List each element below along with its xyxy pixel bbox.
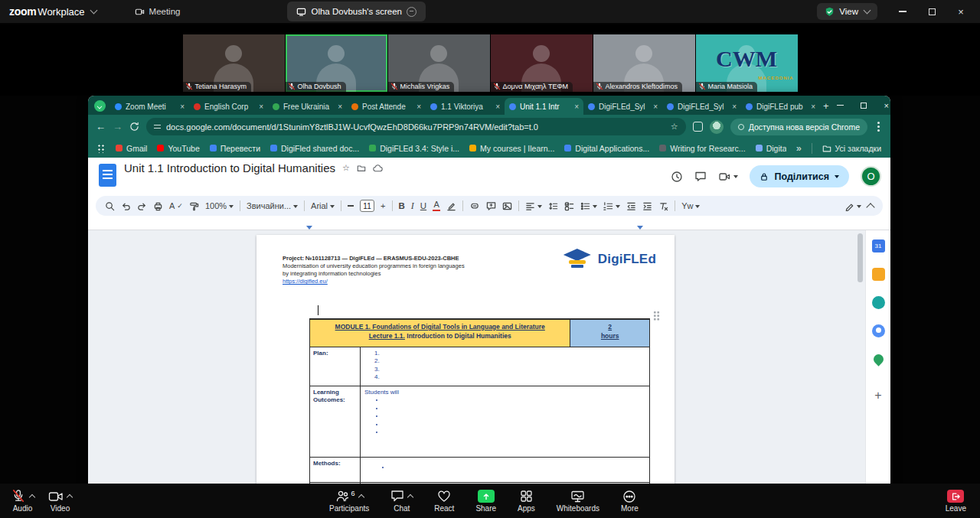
new-tab-button[interactable]: + — [823, 99, 829, 112]
more-control[interactable]: More — [621, 489, 639, 513]
google-docs-icon[interactable] — [99, 164, 116, 187]
user-avatar[interactable]: O — [861, 166, 881, 187]
decrease-font-size-button[interactable] — [348, 205, 354, 207]
browser-menu-icon[interactable] — [877, 125, 880, 128]
collapse-menus-icon[interactable] — [866, 203, 874, 211]
apps-control[interactable]: Apps — [518, 489, 535, 513]
italic-button[interactable]: I — [411, 200, 414, 212]
participant-tile[interactable]: Tetiana Harasym — [183, 34, 285, 92]
undo-icon[interactable] — [121, 201, 131, 211]
tab-close-icon[interactable]: × — [653, 103, 658, 111]
browser-tab[interactable]: Unit 1.1 Intr × — [505, 98, 583, 115]
audio-control[interactable]: Audio — [11, 489, 34, 513]
bookmark-item[interactable]: Digital Literary Studi... — [756, 144, 786, 153]
bold-button[interactable]: B — [399, 201, 405, 210]
browser-tab[interactable]: 1.1 Viktoriya × — [426, 98, 505, 115]
minimize-button[interactable] — [888, 0, 917, 23]
participant-tile[interactable]: CWM MACEDONIA Maria Matsiola — [696, 34, 798, 92]
numbered-list-select[interactable] — [603, 201, 620, 211]
highlight-color-icon[interactable] — [446, 201, 456, 211]
bookmark-item[interactable]: DigiFled shared doc... — [270, 144, 359, 153]
tasks-icon[interactable] — [872, 296, 885, 309]
docs-ruler[interactable] — [88, 217, 890, 230]
bookmark-star-icon[interactable]: ☆ — [671, 122, 678, 132]
share-control[interactable]: Share — [475, 489, 496, 513]
participants-options-chevron[interactable] — [358, 494, 364, 500]
participants-control[interactable]: 6 Participants — [329, 489, 369, 513]
video-options-chevron[interactable] — [67, 494, 73, 500]
bookmark-item[interactable]: Gmail — [116, 144, 147, 153]
apps-grid-icon[interactable] — [97, 144, 106, 153]
project-header-block[interactable]: Project: №101128713 — DigiFLEd — ERASMUS… — [283, 255, 535, 286]
left-margin-marker[interactable] — [306, 226, 312, 230]
whiteboards-control[interactable]: Whiteboards — [557, 489, 599, 513]
tab-close-icon[interactable]: × — [259, 103, 263, 111]
participant-tile[interactable]: Δομνα Μιχαηλ ΤΕΦΜ — [491, 34, 593, 92]
chrome-update-chip[interactable]: Доступна нова версія Chrome — [730, 119, 867, 135]
tab-close-icon[interactable]: × — [811, 103, 815, 111]
browser-minimize-button[interactable] — [829, 96, 852, 115]
tab-close-icon[interactable]: × — [338, 103, 342, 111]
browser-tab[interactable]: Post Attende × — [347, 98, 426, 115]
bookmark-item[interactable]: Writing for Researc... — [659, 144, 745, 153]
tab-close-icon[interactable]: × — [416, 103, 421, 111]
document-page[interactable]: Project: №101128713 — DigiFLEd — ERASMUS… — [256, 235, 675, 484]
zoom-select[interactable]: 100% — [205, 201, 234, 210]
insert-image-icon[interactable] — [502, 201, 512, 211]
table-drag-handle-icon[interactable] — [653, 311, 660, 321]
move-folder-icon[interactable] — [357, 164, 366, 173]
styles-select[interactable]: Звичайни... — [247, 201, 298, 210]
browser-tab[interactable]: DigiFLEd_Syl × — [583, 98, 662, 115]
project-link[interactable]: https://digifled.eu/ — [283, 278, 535, 285]
print-icon[interactable] — [153, 201, 163, 211]
outcomes-content-cell[interactable]: Students will — [361, 386, 649, 457]
browser-close-button[interactable]: × — [875, 96, 890, 115]
tab-close-icon[interactable]: × — [180, 103, 185, 111]
font-size-input[interactable]: 11 — [360, 200, 374, 212]
participant-tile[interactable]: Alexandros Kleftodimos — [593, 34, 695, 92]
underline-button[interactable]: U — [420, 201, 426, 210]
bulleted-list-select[interactable] — [580, 201, 597, 211]
text-color-button[interactable]: A — [433, 200, 440, 212]
meet-call-button[interactable] — [718, 171, 738, 182]
outcomes-label-cell[interactable]: Learning Outcomes: — [310, 386, 361, 457]
participant-tile[interactable]: Michalis Vrigkas — [388, 34, 490, 92]
tab-close-icon[interactable]: × — [574, 103, 579, 111]
add-comment-icon[interactable] — [486, 201, 496, 211]
right-margin-marker[interactable] — [637, 226, 643, 230]
meeting-tab[interactable]: Meeting — [126, 2, 190, 21]
browser-tab[interactable]: DigiFLEd pub × — [741, 98, 820, 115]
calendar-icon[interactable]: 31 — [872, 239, 885, 252]
document-scrollbar[interactable] — [858, 233, 863, 282]
bookmarks-overflow-icon[interactable]: » — [796, 143, 802, 154]
keep-icon[interactable] — [872, 268, 885, 281]
get-addons-icon[interactable]: + — [874, 390, 881, 401]
back-button[interactable]: ← — [96, 121, 106, 132]
clear-formatting-icon[interactable] — [658, 201, 668, 211]
line-spacing-icon[interactable] — [548, 201, 558, 211]
document-title[interactable]: Unit 1.1 Introduction to Digital Humanit… — [124, 161, 335, 174]
editing-mode-select[interactable] — [844, 201, 861, 211]
methods-label-cell[interactable]: Methods: — [310, 458, 361, 482]
bookmark-item[interactable]: Перевести — [210, 144, 260, 153]
chevron-down-icon[interactable] — [90, 7, 97, 15]
browser-tab[interactable]: English Corp × — [189, 98, 268, 115]
bookmark-item[interactable]: Digital Applications... — [564, 144, 649, 153]
video-control[interactable]: Video — [48, 489, 72, 513]
search-icon[interactable] — [105, 201, 115, 211]
checklist-icon[interactable] — [564, 201, 574, 211]
tab-close-icon[interactable]: × — [732, 103, 737, 111]
all-bookmarks-button[interactable]: Усі закладки — [822, 144, 881, 153]
forward-button[interactable]: → — [113, 121, 122, 132]
screen-options-icon[interactable] — [407, 7, 416, 17]
spellcheck-icon[interactable]: A✓ — [169, 201, 183, 210]
browser-profile-avatar[interactable] — [710, 120, 724, 134]
audio-options-chevron[interactable] — [29, 494, 35, 500]
table-header-cell[interactable]: MODULE 1. Foundations of Digital Tools i… — [310, 320, 570, 347]
close-button[interactable]: × — [946, 0, 975, 23]
maps-icon[interactable] — [871, 352, 885, 366]
plan-label-cell[interactable]: Plan: — [310, 347, 361, 386]
chat-options-chevron[interactable] — [407, 494, 413, 500]
insert-link-icon[interactable] — [469, 201, 480, 211]
table-hours-cell[interactable]: 2 hours — [570, 320, 649, 347]
